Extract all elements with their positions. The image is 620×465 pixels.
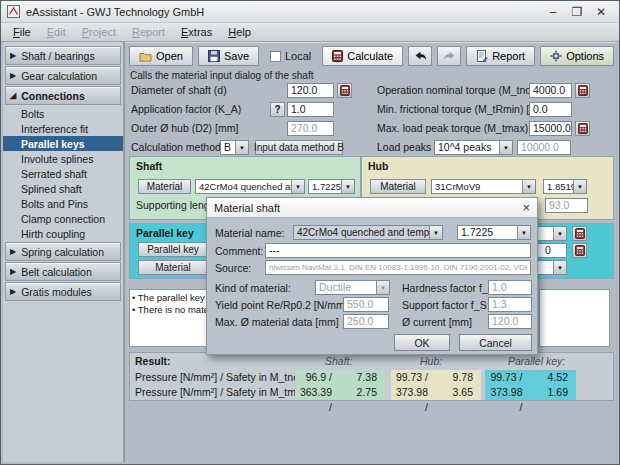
parallel-key-button[interactable]: Parallel key	[138, 242, 208, 257]
yield-point-label: Yield point Re/Rp0.2 [N/mm²]:	[215, 298, 354, 312]
sidebar: ▶ Shaft / bearings ▶ Gear calculation ◢ …	[3, 42, 124, 462]
dropdown-arrow-icon: ▼	[235, 141, 248, 154]
sidebar-item-bolts[interactable]: Bolts	[3, 106, 123, 121]
undo-button[interactable]	[408, 46, 432, 66]
max-diameter-label: Max. Ø material data [mm]	[215, 315, 339, 329]
note-line: • There is no materi	[132, 304, 216, 316]
ok-button[interactable]: OK	[394, 334, 450, 351]
calculate-button[interactable]: Calculate	[322, 46, 403, 66]
sidebar-item-involute-splines[interactable]: Involute splines	[3, 151, 123, 166]
result-title: Result:	[135, 355, 171, 367]
result-row-tmax: Pressure [N/mm²] / Safety in M_tmax: 363…	[130, 385, 613, 400]
calculation-method-select[interactable]: B ▼	[220, 140, 249, 155]
diameter-calculator-button[interactable]	[337, 83, 352, 98]
sidebar-item-clamp-connection[interactable]: Clamp connection	[3, 211, 123, 226]
minimize-button[interactable]: –	[541, 2, 565, 22]
sidebar-item-splined-shaft[interactable]: Splined shaft	[3, 181, 123, 196]
sidebar-item-parallel-keys[interactable]: Parallel keys	[3, 136, 123, 151]
sidebar-section-belt-calculation[interactable]: ▶ Belt calculation	[5, 262, 121, 281]
sidebar-section-spring-calculation[interactable]: ▶ Spring calculation	[5, 242, 121, 261]
redo-button[interactable]	[437, 46, 461, 66]
sidebar-section-connections[interactable]: ◢ Connections	[5, 86, 121, 105]
result-panel: Result: Shaft: Hub: Parallel key: Pressu…	[129, 352, 614, 401]
chevron-down-icon: ◢	[10, 91, 16, 100]
max-diameter-input: 250.0	[343, 314, 389, 329]
result-row-tnom: Pressure [N/mm²] / Safety in M_tnom: 96.…	[130, 370, 613, 385]
options-button[interactable]: Options	[540, 46, 614, 66]
sidebar-section-gratis-modules[interactable]: ▶ Gratis modules	[5, 282, 121, 301]
undo-icon	[414, 51, 427, 61]
close-button[interactable]: ✕	[589, 2, 613, 22]
hub-material-button[interactable]: Material	[370, 179, 426, 194]
dropdown-arrow-icon: ▼	[522, 180, 535, 193]
dialog-title-bar: Material shaft ×	[207, 198, 537, 218]
hub-material-select[interactable]: 31CrMoV9 ▼	[431, 179, 536, 194]
hub-material-number-select[interactable]: 1.8519 ▼	[543, 179, 587, 194]
shaft-material-number-select[interactable]: 1.7225 ▼	[308, 179, 355, 194]
parallel-key-calculator-button[interactable]	[572, 226, 587, 241]
save-button[interactable]: Save	[198, 46, 259, 66]
menu-extras[interactable]: Extras	[173, 24, 220, 40]
peak-torque-calculator-button[interactable]	[575, 121, 590, 136]
material-name-label: Material name:	[215, 226, 284, 240]
menu-edit: Edit	[39, 24, 74, 40]
dialog-close-icon[interactable]: ×	[522, 199, 530, 217]
material-number-select[interactable]: 1.7225 ▼	[457, 225, 531, 240]
comment-input[interactable]: ---	[265, 243, 531, 258]
shaft-material-button[interactable]: Material	[138, 179, 191, 194]
supporting-length-label: Supporting length (l	[136, 198, 211, 213]
preview-box	[539, 289, 610, 347]
chevron-right-icon: ▶	[10, 51, 16, 60]
open-button[interactable]: Open	[129, 46, 193, 66]
material-name-select[interactable]: 42CrMo4 quenched and tempered ▼	[293, 225, 443, 240]
floppy-disk-icon	[208, 50, 220, 62]
hub-supporting-length-input: 93.0	[545, 198, 588, 213]
sidebar-section-gear-calculation[interactable]: ▶ Gear calculation	[5, 66, 121, 85]
load-peaks-select[interactable]: 10^4 peaks ▼	[434, 140, 513, 155]
load-peaks-input: 10000.0	[517, 140, 571, 155]
shaft-material-select[interactable]: 42CrMo4 quenched and t... ▼	[195, 179, 305, 194]
sidebar-item-interference-fit[interactable]: Interference fit	[3, 121, 123, 136]
report-button[interactable]: Report	[466, 46, 535, 66]
local-checkbox-label: Local	[285, 50, 311, 62]
calculator-icon	[332, 50, 343, 62]
frictional-torque-input[interactable]: 0.0	[529, 102, 572, 117]
dropdown-arrow-icon: ▼	[291, 180, 304, 193]
application-factor-input[interactable]: 1.0	[287, 102, 334, 117]
maximize-button[interactable]: ❐	[565, 2, 589, 22]
sidebar-section-shaft-bearings[interactable]: ▶ Shaft / bearings	[5, 46, 121, 65]
document-report-icon	[476, 50, 488, 62]
menu-file[interactable]: File	[5, 24, 39, 40]
dropdown-arrow-icon: ▼	[573, 180, 586, 193]
diameter-label: Diameter of shaft (d)	[131, 83, 227, 98]
parallel-key-value-calculator-button[interactable]	[572, 243, 587, 258]
support-factor-input: 1.3	[488, 297, 532, 312]
diameter-input[interactable]: 120.0	[287, 83, 334, 98]
outer-hub-input: 270.0	[287, 121, 334, 136]
menu-help[interactable]: Help	[220, 24, 259, 40]
sidebar-item-bolts-and-pins[interactable]: Bolts and Pins	[3, 196, 123, 211]
dropdown-arrow-icon: ▼	[376, 281, 389, 294]
sidebar-item-hirth-coupling[interactable]: Hirth coupling	[3, 226, 123, 241]
sidebar-item-serrated-shaft[interactable]: Serrated shaft	[3, 166, 123, 181]
app-icon	[7, 5, 20, 18]
source-label: Source:	[215, 261, 251, 275]
material-shaft-dialog: Material shaft × Material name: 42CrMo4 …	[206, 197, 538, 355]
result-column-hub: Hub:	[420, 355, 442, 367]
result-column-parallel-key: Parallel key:	[508, 355, 565, 367]
nominal-torque-input[interactable]: 4000.0	[529, 83, 572, 98]
input-data-method-b-button[interactable]: Input data method B	[255, 140, 343, 155]
outer-hub-label: Outer Ø hub (D2) [mm]	[131, 121, 238, 136]
window-controls: – ❐ ✕	[541, 2, 613, 22]
application-factor-label: Application factor (K_A)	[131, 102, 241, 117]
folder-open-icon	[139, 51, 152, 62]
application-factor-help-button[interactable]: ?	[270, 102, 285, 117]
parallel-key-material-button[interactable]: Material	[138, 260, 208, 275]
hardness-factor-input: 1.0	[488, 280, 532, 295]
shaft-panel-title: Shaft	[136, 160, 162, 172]
cancel-button[interactable]: Cancel	[459, 334, 532, 351]
peak-torque-input[interactable]: 15000.0	[529, 121, 572, 136]
current-diameter-label: Ø current [mm]	[402, 315, 472, 329]
nominal-torque-calculator-button[interactable]	[575, 83, 590, 98]
local-checkbox[interactable]	[270, 51, 281, 62]
